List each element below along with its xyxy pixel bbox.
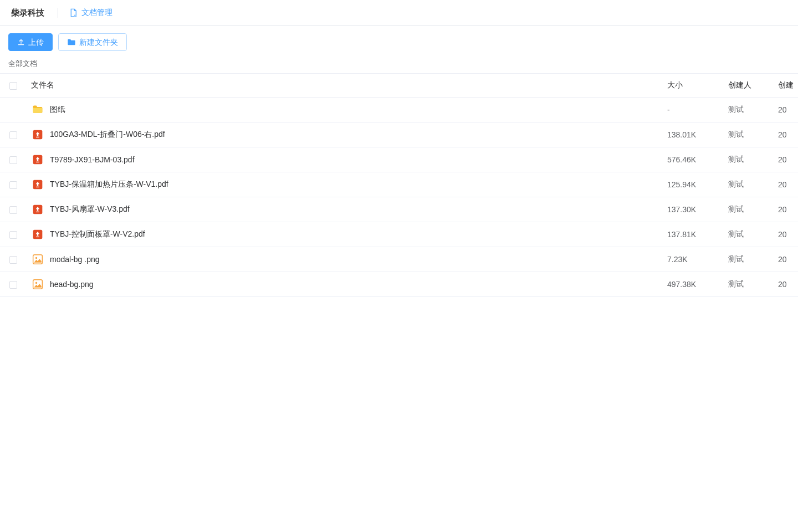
row-creator: 测试	[724, 122, 774, 147]
row-creator: 测试	[724, 197, 774, 222]
row-time: 20	[774, 98, 798, 122]
doc-management-nav[interactable]: 文档管理	[68, 8, 112, 18]
table-row[interactable]: head-bg.png497.38K测试20	[0, 272, 798, 297]
row-checkbox-cell[interactable]	[0, 147, 27, 172]
upload-button[interactable]: 上传	[8, 33, 53, 51]
folder-icon	[31, 103, 44, 116]
row-checkbox-cell[interactable]	[0, 122, 27, 147]
header-time[interactable]: 创建	[774, 74, 798, 98]
pdf-icon	[31, 228, 44, 241]
folder-icon	[67, 38, 79, 46]
row-time: 20	[774, 222, 798, 247]
doc-management-label: 文档管理	[81, 8, 112, 18]
row-size: -	[663, 98, 724, 122]
row-time: 20	[774, 247, 798, 272]
breadcrumb-root: 全部文档	[8, 59, 37, 68]
header-name[interactable]: 文件名	[27, 74, 663, 98]
upload-label: 上传	[28, 38, 44, 46]
header-creator[interactable]: 创建人	[724, 74, 774, 98]
row-name-cell: TYBJ-保温箱加热片压条-W-V1.pdf	[27, 172, 663, 197]
row-size: 7.23K	[663, 247, 724, 272]
row-size: 138.01K	[663, 122, 724, 147]
row-checkbox-cell[interactable]	[0, 98, 27, 122]
row-checkbox[interactable]	[9, 131, 17, 139]
file-name[interactable]: head-bg.png	[50, 280, 94, 289]
row-name-cell: modal-bg .png	[27, 247, 663, 272]
row-creator: 测试	[724, 172, 774, 197]
brand-title: 柴录科技	[11, 8, 44, 18]
pdf-icon	[31, 153, 44, 166]
row-size: 576.46K	[663, 147, 724, 172]
new-folder-button[interactable]: 新建文件夹	[58, 33, 127, 51]
row-size: 497.38K	[663, 272, 724, 297]
row-checkbox-cell[interactable]	[0, 222, 27, 247]
new-folder-label: 新建文件夹	[79, 38, 118, 46]
file-name[interactable]: 图纸	[50, 105, 65, 115]
table-row[interactable]: TYBJ-控制面板罩-W-V2.pdf137.81K测试20	[0, 222, 798, 247]
row-checkbox-cell[interactable]	[0, 197, 27, 222]
vertical-divider	[58, 8, 58, 18]
file-name[interactable]: modal-bg .png	[50, 255, 100, 264]
file-table: 文件名 大小 创建人 创建 图纸-测试20100GA3-MDL-折叠门-W06-…	[0, 73, 798, 297]
row-checkbox[interactable]	[9, 156, 17, 164]
row-time: 20	[774, 272, 798, 297]
row-name-cell: 图纸	[27, 98, 663, 122]
image-icon	[31, 253, 44, 266]
row-time: 20	[774, 147, 798, 172]
row-creator: 测试	[724, 247, 774, 272]
row-size: 137.81K	[663, 222, 724, 247]
select-all-checkbox[interactable]	[9, 82, 17, 90]
table-row[interactable]: TYBJ-风扇罩-W-V3.pdf137.30K测试20	[0, 197, 798, 222]
header-size[interactable]: 大小	[663, 74, 724, 98]
pdf-icon	[31, 178, 44, 191]
file-name[interactable]: TYBJ-保温箱加热片压条-W-V1.pdf	[50, 180, 168, 190]
row-name-cell: TYBJ-风扇罩-W-V3.pdf	[27, 197, 663, 222]
row-size: 137.30K	[663, 197, 724, 222]
row-name-cell: T9789-JX91-BJM-03.pdf	[27, 147, 663, 172]
row-checkbox[interactable]	[9, 181, 17, 189]
table-row[interactable]: T9789-JX91-BJM-03.pdf576.46K测试20	[0, 147, 798, 172]
table-row[interactable]: TYBJ-保温箱加热片压条-W-V1.pdf125.94K测试20	[0, 172, 798, 197]
pdf-icon	[31, 203, 44, 216]
file-name[interactable]: TYBJ-风扇罩-W-V3.pdf	[50, 204, 130, 214]
breadcrumb[interactable]: 全部文档	[0, 54, 798, 73]
file-name[interactable]: T9789-JX91-BJM-03.pdf	[50, 155, 135, 164]
row-time: 20	[774, 122, 798, 147]
row-checkbox[interactable]	[9, 256, 17, 264]
file-name[interactable]: TYBJ-控制面板罩-W-V2.pdf	[50, 229, 145, 239]
pdf-icon	[31, 128, 44, 141]
row-checkbox-cell[interactable]	[0, 172, 27, 197]
row-creator: 测试	[724, 222, 774, 247]
document-icon	[68, 8, 81, 18]
app-header: 柴录科技 文档管理	[0, 0, 798, 26]
toolbar: 上传 新建文件夹	[0, 26, 798, 54]
upload-icon	[17, 38, 28, 46]
table-header-row: 文件名 大小 创建人 创建	[0, 74, 798, 98]
header-checkbox-col[interactable]	[0, 74, 27, 98]
row-name-cell: head-bg.png	[27, 272, 663, 297]
row-creator: 测试	[724, 98, 774, 122]
row-creator: 测试	[724, 272, 774, 297]
row-checkbox-cell[interactable]	[0, 247, 27, 272]
row-creator: 测试	[724, 147, 774, 172]
table-row[interactable]: 图纸-测试20	[0, 98, 798, 122]
row-checkbox[interactable]	[9, 281, 17, 289]
file-name[interactable]: 100GA3-MDL-折叠门-W06-右.pdf	[50, 130, 165, 140]
row-name-cell: TYBJ-控制面板罩-W-V2.pdf	[27, 222, 663, 247]
row-checkbox[interactable]	[9, 206, 17, 214]
row-checkbox[interactable]	[9, 231, 17, 239]
image-icon	[31, 278, 44, 291]
row-name-cell: 100GA3-MDL-折叠门-W06-右.pdf	[27, 122, 663, 147]
table-row[interactable]: 100GA3-MDL-折叠门-W06-右.pdf138.01K测试20	[0, 122, 798, 147]
row-time: 20	[774, 172, 798, 197]
row-checkbox-cell[interactable]	[0, 272, 27, 297]
row-size: 125.94K	[663, 172, 724, 197]
table-row[interactable]: modal-bg .png7.23K测试20	[0, 247, 798, 272]
row-time: 20	[774, 197, 798, 222]
